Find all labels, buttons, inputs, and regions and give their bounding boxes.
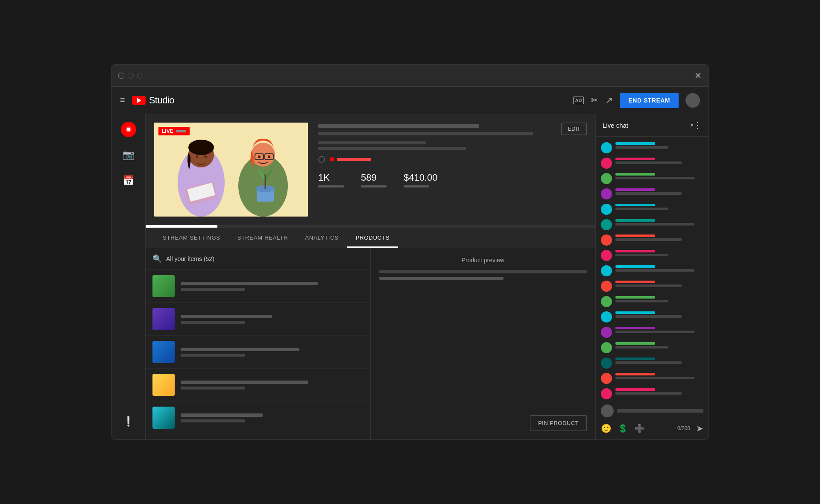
chat-msg-bar: [615, 238, 682, 241]
char-count: 0/200: [677, 425, 690, 431]
stream-subtitle-bar: [318, 132, 533, 135]
chat-msg-bar: [615, 192, 682, 195]
minimize-button[interactable]: [128, 73, 134, 79]
chat-avatar: [601, 296, 612, 307]
chat-text: [615, 373, 703, 379]
emoji-icon[interactable]: 🙂: [601, 423, 612, 434]
viewers-bar: [318, 185, 344, 188]
sidebar: 📷 📅 ❕: [111, 114, 146, 440]
product-price-bar-4: [181, 387, 245, 390]
pin-product-button[interactable]: PIN PRODUCT: [530, 415, 587, 431]
chat-header: Live chat ▾ ⋮: [596, 114, 709, 137]
chat-name-bar: [615, 281, 655, 283]
product-info-2: [181, 315, 363, 324]
tab-products[interactable]: PRODUCTS: [347, 228, 398, 248]
chat-msg-bar: [615, 300, 668, 302]
camera-icon: 📷: [123, 149, 134, 161]
user-avatar[interactable]: [685, 93, 700, 108]
product-price-bar-3: [181, 354, 245, 357]
list-item[interactable]: [146, 336, 370, 369]
send-icon[interactable]: ➤: [696, 423, 703, 434]
chat-input-box[interactable]: [617, 409, 703, 413]
chat-avatar: [601, 265, 612, 276]
svg-point-5: [204, 155, 207, 158]
likes-value: 589: [361, 172, 387, 183]
chat-name-bar: [615, 188, 655, 191]
edit-button[interactable]: EDIT: [561, 123, 587, 135]
chat-title: Live chat: [603, 122, 689, 129]
scissors-icon[interactable]: ✂: [591, 95, 598, 106]
tab-analytics[interactable]: ANALYTICS: [296, 228, 347, 248]
chat-msg-bar: [615, 284, 682, 287]
product-name-bar-5: [181, 413, 263, 417]
chat-name-bar: [615, 388, 655, 391]
sidebar-item-feedback[interactable]: ❕: [116, 410, 141, 433]
chat-msg-bar: [615, 177, 694, 179]
chat-name-bar: [615, 173, 655, 176]
product-preview-title: Product preview: [379, 257, 587, 264]
chat-msg-bar: [615, 146, 668, 149]
close-icon[interactable]: ✕: [694, 70, 702, 81]
chat-text: [615, 219, 703, 226]
chat-message-item: [596, 386, 709, 400]
svg-point-13: [258, 155, 261, 158]
product-name-bar-1: [181, 282, 318, 285]
product-price-bar-5: [181, 419, 245, 422]
search-text: All your items (52): [166, 255, 214, 262]
live-dot-red: [330, 157, 334, 161]
end-stream-button[interactable]: END STREAM: [620, 93, 679, 108]
product-items: [146, 270, 370, 440]
chat-messages: [596, 137, 709, 400]
list-item[interactable]: [146, 401, 370, 434]
studio-logo-text: Studio: [149, 95, 174, 106]
chat-text: [615, 188, 703, 195]
tab-stream-settings[interactable]: STREAM SETTINGS: [154, 228, 229, 248]
list-item[interactable]: [146, 369, 370, 401]
chat-msg-bar: [615, 254, 668, 256]
sidebar-item-camera[interactable]: 📷: [116, 144, 141, 166]
product-image-4: [152, 374, 175, 396]
chat-text: [615, 250, 703, 256]
product-info-1: [181, 282, 363, 291]
stream-preview: LIVE: [146, 114, 595, 225]
stream-info: EDIT: [318, 123, 587, 217]
live-dot-inner: [127, 128, 130, 131]
dollar-icon[interactable]: 💲: [618, 423, 628, 434]
chat-text: [615, 296, 703, 302]
product-info-5: [181, 413, 363, 422]
tab-stream-health[interactable]: STREAM HEALTH: [229, 228, 297, 248]
search-icon: 🔍: [152, 254, 162, 264]
add-icon[interactable]: ➕: [634, 423, 645, 434]
list-item[interactable]: [146, 303, 370, 336]
sidebar-item-live[interactable]: [116, 118, 141, 141]
chat-text: [615, 357, 703, 364]
chat-text: [615, 234, 703, 241]
sidebar-item-calendar[interactable]: 📅: [116, 170, 141, 192]
share-icon[interactable]: ↗: [605, 95, 613, 106]
chat-message-item: [596, 294, 709, 309]
ad-badge: AD: [573, 97, 584, 104]
search-bar: 🔍 All your items (52): [146, 248, 370, 270]
chat-name-bar: [615, 234, 655, 237]
maximize-button[interactable]: [137, 73, 143, 79]
chat-msg-bar: [615, 269, 694, 272]
chat-message-item: [596, 325, 709, 340]
chat-text: [615, 327, 703, 333]
chat-text: [615, 342, 703, 349]
product-price-bar-2: [181, 321, 245, 324]
chat-more-icon[interactable]: ⋮: [693, 120, 702, 130]
chat-text: [615, 281, 703, 287]
hamburger-icon[interactable]: ≡: [120, 95, 125, 105]
chat-avatar: [601, 281, 612, 292]
chat-msg-bar: [615, 331, 694, 333]
product-price-bar-1: [181, 288, 245, 291]
chat-avatar: [601, 158, 612, 169]
chat-message-item: [596, 309, 709, 325]
close-button[interactable]: [118, 73, 124, 79]
chat-name-bar: [615, 250, 655, 252]
products-panel: 🔍 All your items (52): [146, 248, 595, 440]
stat-likes: 589: [361, 172, 387, 188]
product-preview-name-bar: [379, 277, 504, 280]
logo: Studio: [132, 95, 174, 106]
list-item[interactable]: [146, 270, 370, 303]
